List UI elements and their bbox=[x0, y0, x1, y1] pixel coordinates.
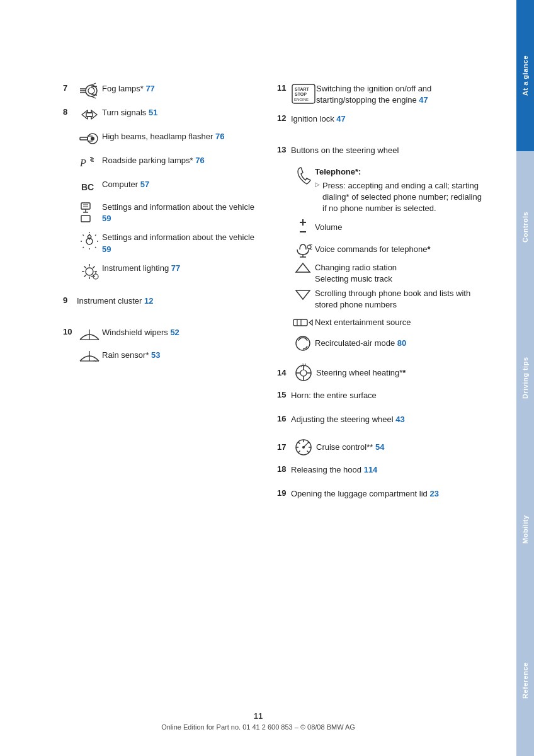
computer-link[interactable]: 57 bbox=[140, 180, 149, 189]
tab-controls[interactable]: Controls bbox=[516, 151, 534, 302]
telephone-icon bbox=[291, 165, 315, 185]
svg-point-70 bbox=[300, 370, 307, 376]
item-7-number: 7 bbox=[63, 82, 77, 93]
instrument-lighting-link[interactable]: 77 bbox=[171, 263, 180, 273]
item-19-row: 19 Opening the luggage compartment lid 2… bbox=[277, 487, 485, 505]
svg-line-81 bbox=[307, 442, 309, 444]
tab-reference[interactable]: Reference bbox=[516, 605, 534, 756]
svg-line-79 bbox=[298, 442, 300, 444]
item-8-link[interactable]: 51 bbox=[149, 108, 157, 117]
parking-lamps-text: Roadside parking lamps* 76 bbox=[102, 154, 258, 166]
instrument-lighting-text: Instrument lighting 77 bbox=[102, 261, 258, 274]
windshield-wipers-icon bbox=[77, 326, 102, 342]
item-14-row: 14 Steeri bbox=[277, 362, 485, 382]
tab-mobility[interactable]: Mobility bbox=[516, 454, 534, 605]
item-16-number: 16 bbox=[277, 413, 291, 423]
item-17-link[interactable]: 54 bbox=[375, 442, 384, 452]
item-8-row: 8 Turn signals 51 bbox=[63, 106, 258, 123]
instrument-lighting-icon bbox=[77, 261, 102, 280]
item-8-number: 8 bbox=[63, 106, 77, 117]
left-column: 7 bbox=[63, 82, 258, 511]
voice-commands-section: Voice commands for telephone* bbox=[277, 239, 485, 258]
svg-text:BC: BC bbox=[81, 182, 94, 192]
item-15-text: Horn: the entire surface bbox=[291, 389, 485, 401]
recirculated-text: Recirculated-air mode 80 bbox=[315, 336, 485, 349]
svg-rect-23 bbox=[81, 215, 90, 222]
entertainment-text: Next entertainment source bbox=[315, 316, 485, 328]
parking-lamps-icon: P bbox=[77, 154, 102, 170]
sidebar-tabs: At a glance Controls Driving tips Mobili… bbox=[516, 0, 534, 756]
telephone-text: Telephone*: ▷ Press: accepting and endin… bbox=[315, 165, 485, 214]
volume-section: Volume bbox=[277, 217, 485, 237]
computer-text: Computer 57 bbox=[102, 178, 258, 190]
high-beams-icon bbox=[77, 130, 102, 146]
item-11-text: Switching the ignition on/off and starti… bbox=[316, 82, 485, 106]
svg-line-43 bbox=[84, 275, 86, 277]
phonebook-text: Scrolling through phone book and lists w… bbox=[315, 287, 485, 311]
svg-point-35 bbox=[86, 268, 93, 275]
item-8-text: Turn signals 51 bbox=[102, 106, 258, 118]
item-18-text: Releasing the hood 114 bbox=[291, 463, 485, 476]
rain-sensor-icon: ~ bbox=[77, 348, 102, 365]
item-13-label: Buttons on the steering wheel bbox=[291, 144, 485, 156]
item-17-number: 17 bbox=[277, 441, 291, 452]
high-beams-row: High beams, headlamp flasher 76 bbox=[63, 130, 258, 147]
recirculated-link[interactable]: 80 bbox=[397, 338, 406, 348]
settings2-icon bbox=[77, 231, 102, 251]
rain-sensor-text: Rain sensor* 53 bbox=[102, 348, 258, 361]
computer-row: BC Computer 57 bbox=[63, 178, 258, 195]
windshield-wipers-link[interactable]: 52 bbox=[170, 328, 179, 337]
svg-point-68 bbox=[296, 336, 310, 350]
svg-point-1 bbox=[88, 88, 94, 94]
item-11-number: 11 bbox=[277, 82, 291, 93]
svg-point-61 bbox=[307, 245, 311, 249]
radio-up-text: Changing radio station Selecting music t… bbox=[315, 261, 485, 285]
rain-sensor-link[interactable]: 53 bbox=[151, 350, 160, 360]
item-11-row: 11 START STOP ENGINE Switching the ignit… bbox=[277, 82, 485, 106]
entertainment-icon bbox=[291, 314, 315, 329]
changing-radio-text: Changing radio station bbox=[315, 263, 397, 272]
arrow-icon: ▷ bbox=[315, 180, 320, 189]
svg-text:P: P bbox=[79, 158, 86, 168]
tab-at-a-glance[interactable]: At a glance bbox=[516, 0, 534, 151]
svg-line-31 bbox=[83, 235, 84, 236]
recirculated-section: Recirculated-air mode 80 bbox=[277, 333, 485, 352]
svg-line-7 bbox=[91, 94, 97, 95]
item-12-link[interactable]: 47 bbox=[336, 114, 345, 123]
item-17-text: Cruise control** 54 bbox=[316, 440, 485, 453]
item-9-number: 9 bbox=[63, 294, 77, 305]
settings1-link[interactable]: 59 bbox=[102, 214, 111, 223]
radio-up-icon bbox=[291, 261, 315, 275]
tab-driving-tips[interactable]: Driving tips bbox=[516, 302, 534, 454]
page-number: 11 bbox=[0, 711, 516, 721]
item-10-number: 10 bbox=[63, 326, 77, 336]
item-11-link[interactable]: 47 bbox=[419, 95, 428, 105]
entertainment-section: Next entertainment source bbox=[277, 313, 485, 331]
item-16-link[interactable]: 43 bbox=[395, 415, 404, 424]
svg-line-34 bbox=[83, 247, 84, 248]
svg-marker-63 bbox=[296, 290, 310, 299]
item-19-link[interactable]: 23 bbox=[429, 489, 438, 498]
item-7-link[interactable]: 77 bbox=[145, 84, 154, 93]
svg-point-84 bbox=[302, 446, 305, 449]
settings2-link[interactable]: 59 bbox=[102, 244, 111, 254]
start-stop-icon: START STOP ENGINE bbox=[291, 82, 316, 105]
recirculated-icon bbox=[291, 333, 315, 352]
windshield-wipers-text: Windshield wipers 52 bbox=[102, 326, 258, 338]
item-19-text: Opening the luggage compartment lid 23 bbox=[291, 487, 485, 500]
svg-text:STOP: STOP bbox=[295, 92, 307, 96]
high-beams-link[interactable]: 76 bbox=[215, 132, 224, 141]
settings1-text: Settings and information about the vehic… bbox=[102, 202, 258, 224]
phonebook-section: Scrolling through phone book and lists w… bbox=[277, 287, 485, 311]
item-9-link[interactable]: 12 bbox=[144, 296, 153, 306]
cruise-control-icon bbox=[291, 437, 316, 457]
item-18-link[interactable]: 114 bbox=[364, 465, 378, 474]
voice-commands-row: Voice commands for telephone* bbox=[291, 239, 485, 258]
settings1-row: Settings and information about the vehic… bbox=[63, 202, 258, 224]
parking-lamps-link[interactable]: 76 bbox=[195, 156, 204, 165]
telephone-section: Telephone*: ▷ Press: accepting and endin… bbox=[277, 165, 485, 214]
svg-text:ENGINE: ENGINE bbox=[294, 98, 309, 101]
item-12-row: 12 Ignition lock 47 bbox=[277, 112, 485, 130]
parking-lamps-row: P Roadside parking lamps* 76 bbox=[63, 154, 258, 171]
item-18-number: 18 bbox=[277, 463, 291, 474]
